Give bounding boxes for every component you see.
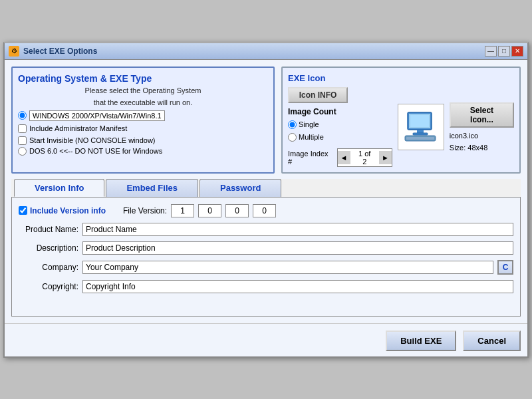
icon-left: Icon INFO Image Count Single Multiple Im… (288, 87, 392, 167)
title-buttons: — □ ✕ (485, 46, 523, 57)
check-invisible[interactable] (18, 136, 27, 145)
company-copy-button[interactable]: C (497, 260, 513, 275)
svg-rect-3 (417, 130, 424, 133)
exe-icon-title: EXE Icon (288, 73, 514, 83)
check-invisible-label: Start Invisible (NO CONSOLE window) (29, 136, 156, 144)
copyright-input[interactable] (82, 280, 513, 293)
radio-multiple-label: Multiple (299, 133, 324, 141)
image-index-label: Image Index # (288, 150, 334, 166)
index-nav: ◄ 1 of 2 ► (337, 148, 392, 167)
cancel-button[interactable]: Cancel (463, 331, 521, 351)
radio-multiple[interactable] (288, 133, 297, 142)
close-button[interactable]: ✕ (511, 46, 523, 57)
index-display: 1 of 2 (350, 149, 379, 166)
image-count-label: Image Count (288, 107, 336, 116)
icon-size: Size: 48x48 (450, 144, 487, 152)
svg-rect-2 (410, 115, 429, 127)
version-field-2[interactable] (198, 204, 221, 217)
description-input[interactable] (82, 241, 513, 255)
os-subtitle-2: that the executable will run on. (18, 98, 268, 106)
icon-middle (398, 104, 444, 150)
radio-windows[interactable] (18, 111, 27, 120)
tab-content-version: Include Version info File Version: Produ… (11, 197, 521, 317)
tab-embed-files[interactable]: Embed Files (106, 179, 198, 197)
bottom-bar: Build EXE Cancel (5, 323, 527, 356)
check-admin-label: Include Administrator Manifest (29, 124, 127, 132)
os-radio-group: WINDOWS 2000/XP/Vista/Win7/Win8.1 Includ… (18, 110, 268, 156)
copyright-label: Copyright: (19, 282, 78, 291)
copyright-row: Copyright: (19, 280, 513, 293)
maximize-button[interactable]: □ (498, 46, 510, 57)
svg-rect-4 (413, 133, 428, 135)
select-icon-button[interactable]: Select Icon... (450, 102, 514, 128)
top-section: Operating System & EXE Type Please selec… (11, 66, 521, 174)
radio-single-item[interactable]: Single (288, 120, 319, 129)
title-bar-left: ⚙ Select EXE Options (9, 46, 97, 57)
os-section-title: Operating System & EXE Type (18, 73, 268, 84)
image-index-row: Image Index # ◄ 1 of 2 ► (288, 148, 392, 167)
exe-icon-row: Icon INFO Image Count Single Multiple Im… (288, 87, 514, 167)
index-prev-button[interactable]: ◄ (338, 151, 350, 164)
check-invisible-item[interactable]: Start Invisible (NO CONSOLE window) (18, 136, 268, 145)
include-version-label: Include Version info (30, 206, 106, 215)
version-field-3[interactable] (225, 204, 249, 217)
product-name-label: Product Name: (19, 225, 78, 234)
icon-filename: icon3.ico (450, 132, 478, 140)
icon-right: Select Icon... icon3.ico Size: 48x48 (450, 102, 514, 152)
svg-rect-6 (406, 137, 434, 140)
tab-version-info[interactable]: Version Info (14, 179, 104, 197)
include-version-item[interactable]: Include Version info (19, 206, 106, 215)
radio-dos[interactable] (18, 147, 27, 156)
company-row: Company: C (19, 260, 513, 275)
radio-multiple-item[interactable]: Multiple (288, 133, 324, 142)
main-window: ⚙ Select EXE Options — □ ✕ Operating Sys… (3, 42, 529, 358)
include-version-check[interactable] (19, 206, 27, 215)
radio-single-label: Single (299, 120, 319, 128)
radio-windows-label: WINDOWS 2000/XP/Vista/Win7/Win8.1 (29, 110, 165, 121)
version-header-row: Include Version info File Version: (19, 204, 513, 217)
window-title: Select EXE Options (23, 47, 97, 56)
main-content: Operating System & EXE Type Please selec… (5, 60, 527, 323)
os-subtitle-1: Please select the Operating System (18, 86, 268, 94)
computer-svg-icon (404, 110, 438, 144)
title-bar: ⚙ Select EXE Options — □ ✕ (5, 43, 527, 60)
radio-dos-item[interactable]: DOS 6.0 <<-- DO NOT USE for Windows (18, 147, 268, 156)
tabs-header: Version Info Embed Files Password (11, 179, 521, 197)
icon-info-button[interactable]: Icon INFO (288, 87, 348, 103)
minimize-button[interactable]: — (485, 46, 497, 57)
index-next-button[interactable]: ► (379, 151, 392, 164)
version-field-4[interactable] (253, 204, 276, 217)
version-field-1[interactable] (171, 204, 194, 217)
company-input[interactable] (82, 261, 493, 274)
product-name-input[interactable] (82, 223, 513, 236)
company-label: Company: (19, 263, 78, 272)
check-admin-item[interactable]: Include Administrator Manifest (18, 124, 268, 133)
check-admin[interactable] (18, 124, 27, 133)
os-section: Operating System & EXE Type Please selec… (11, 66, 275, 174)
tab-password[interactable]: Password (200, 179, 281, 197)
tabs-section: Version Info Embed Files Password Includ… (11, 179, 521, 317)
product-name-row: Product Name: (19, 223, 513, 236)
icon-preview (398, 104, 444, 150)
description-label: Description: (19, 243, 78, 253)
radio-single[interactable] (288, 120, 297, 129)
exe-icon-section: EXE Icon Icon INFO Image Count Single Mu… (281, 66, 521, 174)
radio-dos-label: DOS 6.0 <<-- DO NOT USE for Windows (29, 147, 162, 155)
radio-windows-item[interactable]: WINDOWS 2000/XP/Vista/Win7/Win8.1 (18, 110, 268, 121)
file-version-label: File Version: (123, 206, 167, 215)
build-exe-button[interactable]: Build EXE (386, 331, 456, 351)
description-row: Description: (19, 241, 513, 255)
window-icon: ⚙ (9, 46, 19, 57)
